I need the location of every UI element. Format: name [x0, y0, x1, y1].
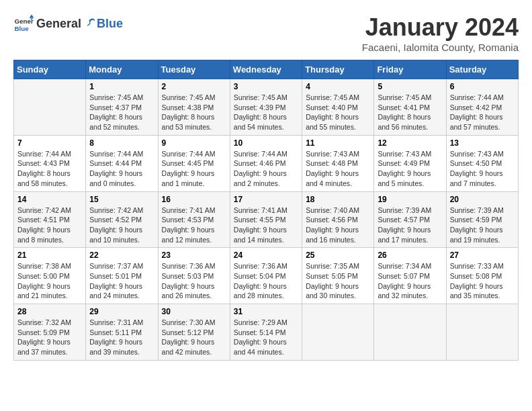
calendar-cell: 15Sunrise: 7:42 AM Sunset: 4:52 PM Dayli…	[86, 191, 158, 248]
calendar-body: 1Sunrise: 7:45 AM Sunset: 4:37 PM Daylig…	[14, 79, 519, 361]
day-info: Sunrise: 7:36 AM Sunset: 5:03 PM Dayligh…	[162, 261, 226, 301]
day-number: 7	[17, 138, 82, 148]
calendar-cell: 24Sunrise: 7:36 AM Sunset: 5:04 PM Dayli…	[230, 248, 302, 304]
calendar-cell: 30Sunrise: 7:30 AM Sunset: 5:12 PM Dayli…	[158, 304, 230, 361]
day-number: 22	[89, 250, 154, 260]
day-number: 13	[450, 138, 515, 148]
calendar-cell: 17Sunrise: 7:41 AM Sunset: 4:55 PM Dayli…	[230, 191, 302, 248]
calendar-cell: 19Sunrise: 7:39 AM Sunset: 4:57 PM Dayli…	[374, 191, 446, 248]
logo: General Blue General Blue	[13, 13, 123, 34]
weekday-header-friday: Friday	[374, 60, 446, 79]
day-info: Sunrise: 7:44 AM Sunset: 4:43 PM Dayligh…	[17, 149, 82, 189]
calendar-cell: 14Sunrise: 7:42 AM Sunset: 4:51 PM Dayli…	[14, 191, 86, 248]
logo-icon: General Blue	[13, 13, 34, 34]
day-info: Sunrise: 7:29 AM Sunset: 5:14 PM Dayligh…	[234, 318, 298, 357]
day-number: 8	[89, 138, 154, 148]
day-number: 29	[89, 307, 154, 316]
day-info: Sunrise: 7:45 AM Sunset: 4:41 PM Dayligh…	[378, 93, 442, 132]
weekday-header-thursday: Thursday	[302, 60, 374, 79]
day-info: Sunrise: 7:45 AM Sunset: 4:39 PM Dayligh…	[234, 93, 298, 132]
logo-text-general: General	[36, 17, 81, 31]
calendar-cell: 21Sunrise: 7:38 AM Sunset: 5:00 PM Dayli…	[14, 248, 86, 304]
day-number: 27	[450, 250, 515, 260]
day-info: Sunrise: 7:43 AM Sunset: 4:48 PM Dayligh…	[306, 149, 370, 189]
calendar-cell: 16Sunrise: 7:41 AM Sunset: 4:53 PM Dayli…	[158, 191, 230, 248]
svg-text:Blue: Blue	[15, 25, 30, 32]
page-header: General Blue General Blue January 2024 F…	[13, 13, 519, 53]
day-number: 6	[450, 82, 515, 91]
day-info: Sunrise: 7:41 AM Sunset: 4:55 PM Dayligh…	[234, 205, 298, 245]
calendar-cell	[302, 304, 374, 361]
calendar-cell: 22Sunrise: 7:37 AM Sunset: 5:01 PM Dayli…	[86, 248, 158, 304]
calendar-cell: 10Sunrise: 7:44 AM Sunset: 4:46 PM Dayli…	[230, 135, 302, 191]
day-info: Sunrise: 7:42 AM Sunset: 4:52 PM Dayligh…	[89, 205, 154, 245]
calendar-cell: 6Sunrise: 7:44 AM Sunset: 4:42 PM Daylig…	[446, 79, 518, 136]
weekday-header-wednesday: Wednesday	[230, 60, 302, 79]
weekday-header-monday: Monday	[86, 60, 158, 79]
calendar-week-row: 28Sunrise: 7:32 AM Sunset: 5:09 PM Dayli…	[14, 304, 519, 361]
day-info: Sunrise: 7:44 AM Sunset: 4:44 PM Dayligh…	[89, 149, 154, 189]
day-info: Sunrise: 7:45 AM Sunset: 4:37 PM Dayligh…	[89, 93, 154, 132]
month-year-title: January 2024	[362, 13, 519, 42]
day-number: 23	[162, 250, 226, 260]
calendar-cell: 23Sunrise: 7:36 AM Sunset: 5:03 PM Dayli…	[158, 248, 230, 304]
day-info: Sunrise: 7:44 AM Sunset: 4:46 PM Dayligh…	[234, 149, 298, 189]
day-info: Sunrise: 7:32 AM Sunset: 5:09 PM Dayligh…	[17, 318, 82, 357]
logo-text-blue: Blue	[97, 17, 123, 31]
day-info: Sunrise: 7:36 AM Sunset: 5:04 PM Dayligh…	[234, 261, 298, 301]
day-number: 15	[89, 195, 154, 204]
day-info: Sunrise: 7:42 AM Sunset: 4:51 PM Dayligh…	[17, 205, 82, 245]
day-info: Sunrise: 7:44 AM Sunset: 4:42 PM Dayligh…	[450, 93, 515, 132]
calendar-cell: 1Sunrise: 7:45 AM Sunset: 4:37 PM Daylig…	[86, 79, 158, 136]
day-number: 24	[234, 250, 298, 260]
day-info: Sunrise: 7:43 AM Sunset: 4:50 PM Dayligh…	[450, 149, 515, 189]
day-info: Sunrise: 7:35 AM Sunset: 5:05 PM Dayligh…	[306, 261, 370, 301]
calendar-cell: 11Sunrise: 7:43 AM Sunset: 4:48 PM Dayli…	[302, 135, 374, 191]
day-number: 14	[17, 195, 82, 204]
calendar-cell: 28Sunrise: 7:32 AM Sunset: 5:09 PM Dayli…	[14, 304, 86, 361]
day-number: 10	[234, 138, 298, 148]
calendar-cell: 25Sunrise: 7:35 AM Sunset: 5:05 PM Dayli…	[302, 248, 374, 304]
day-info: Sunrise: 7:37 AM Sunset: 5:01 PM Dayligh…	[89, 261, 154, 301]
day-info: Sunrise: 7:45 AM Sunset: 4:38 PM Dayligh…	[162, 93, 226, 132]
day-info: Sunrise: 7:38 AM Sunset: 5:00 PM Dayligh…	[17, 261, 82, 301]
day-number: 17	[234, 195, 298, 204]
day-info: Sunrise: 7:43 AM Sunset: 4:49 PM Dayligh…	[378, 149, 442, 189]
calendar-week-row: 14Sunrise: 7:42 AM Sunset: 4:51 PM Dayli…	[14, 191, 519, 248]
day-number: 28	[17, 307, 82, 316]
location-subtitle: Facaeni, Ialomita County, Romania	[362, 42, 519, 53]
day-number: 21	[17, 250, 82, 260]
day-info: Sunrise: 7:40 AM Sunset: 4:56 PM Dayligh…	[306, 205, 370, 245]
weekday-header-saturday: Saturday	[446, 60, 518, 79]
day-number: 12	[378, 138, 442, 148]
calendar-cell: 18Sunrise: 7:40 AM Sunset: 4:56 PM Dayli…	[302, 191, 374, 248]
calendar-cell: 7Sunrise: 7:44 AM Sunset: 4:43 PM Daylig…	[14, 135, 86, 191]
day-number: 20	[450, 195, 515, 204]
weekday-header-tuesday: Tuesday	[158, 60, 230, 79]
day-info: Sunrise: 7:31 AM Sunset: 5:11 PM Dayligh…	[89, 318, 154, 357]
day-number: 30	[162, 307, 226, 316]
calendar-week-row: 21Sunrise: 7:38 AM Sunset: 5:00 PM Dayli…	[14, 248, 519, 304]
calendar-cell: 9Sunrise: 7:44 AM Sunset: 4:45 PM Daylig…	[158, 135, 230, 191]
weekday-header-sunday: Sunday	[14, 60, 86, 79]
calendar-cell	[374, 304, 446, 361]
calendar-header-row: SundayMondayTuesdayWednesdayThursdayFrid…	[14, 60, 519, 79]
calendar-cell: 31Sunrise: 7:29 AM Sunset: 5:14 PM Dayli…	[230, 304, 302, 361]
calendar-week-row: 7Sunrise: 7:44 AM Sunset: 4:43 PM Daylig…	[14, 135, 519, 191]
day-number: 26	[378, 250, 442, 260]
day-info: Sunrise: 7:30 AM Sunset: 5:12 PM Dayligh…	[162, 318, 226, 357]
day-info: Sunrise: 7:45 AM Sunset: 4:40 PM Dayligh…	[306, 93, 370, 132]
title-block: January 2024 Facaeni, Ialomita County, R…	[362, 13, 519, 53]
day-info: Sunrise: 7:34 AM Sunset: 5:07 PM Dayligh…	[378, 261, 442, 301]
calendar-cell: 2Sunrise: 7:45 AM Sunset: 4:38 PM Daylig…	[158, 79, 230, 136]
day-info: Sunrise: 7:39 AM Sunset: 4:57 PM Dayligh…	[378, 205, 442, 245]
calendar-cell: 4Sunrise: 7:45 AM Sunset: 4:40 PM Daylig…	[302, 79, 374, 136]
day-number: 2	[162, 82, 226, 91]
svg-marker-2	[30, 15, 34, 18]
calendar-cell: 13Sunrise: 7:43 AM Sunset: 4:50 PM Dayli…	[446, 135, 518, 191]
day-number: 16	[162, 195, 226, 204]
calendar-week-row: 1Sunrise: 7:45 AM Sunset: 4:37 PM Daylig…	[14, 79, 519, 136]
day-number: 5	[378, 82, 442, 91]
day-number: 3	[234, 82, 298, 91]
logo-bird-icon	[82, 16, 97, 31]
